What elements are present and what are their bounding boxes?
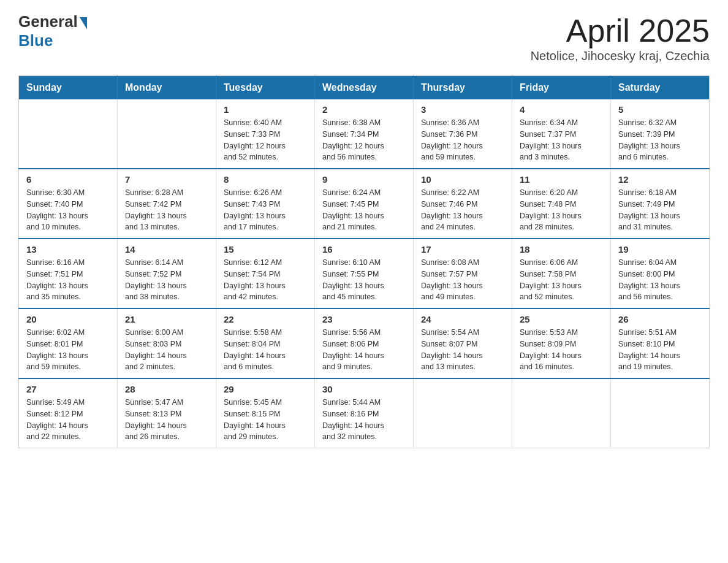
calendar-cell [414, 378, 512, 448]
day-number: 8 [224, 174, 307, 185]
day-info: Sunrise: 6:22 AMSunset: 7:46 PMDaylight:… [421, 187, 504, 233]
day-number: 1 [224, 104, 307, 115]
calendar-cell: 16Sunrise: 6:10 AMSunset: 7:55 PMDayligh… [315, 239, 414, 308]
day-info: Sunrise: 5:53 AMSunset: 8:09 PMDaylight:… [520, 327, 603, 373]
calendar-cell: 24Sunrise: 5:54 AMSunset: 8:07 PMDayligh… [414, 308, 512, 378]
day-info: Sunrise: 6:18 AMSunset: 7:49 PMDaylight:… [618, 187, 702, 233]
day-info: Sunrise: 6:10 AMSunset: 7:55 PMDaylight:… [322, 257, 406, 303]
day-info: Sunrise: 5:45 AMSunset: 8:15 PMDaylight:… [224, 397, 307, 443]
day-info: Sunrise: 5:49 AMSunset: 8:12 PMDaylight:… [26, 397, 110, 443]
weekday-header-row: SundayMondayTuesdayWednesdayThursdayFrid… [19, 76, 710, 100]
calendar-cell: 30Sunrise: 5:44 AMSunset: 8:16 PMDayligh… [315, 378, 414, 448]
day-info: Sunrise: 5:54 AMSunset: 8:07 PMDaylight:… [421, 327, 504, 373]
day-number: 29 [224, 384, 307, 394]
day-number: 22 [224, 314, 307, 324]
calendar-week-row: 20Sunrise: 6:02 AMSunset: 8:01 PMDayligh… [19, 308, 710, 378]
day-number: 15 [224, 244, 307, 255]
calendar-cell [611, 378, 710, 448]
calendar-cell: 17Sunrise: 6:08 AMSunset: 7:57 PMDayligh… [414, 239, 512, 308]
calendar-cell: 23Sunrise: 5:56 AMSunset: 8:06 PMDayligh… [315, 308, 414, 378]
calendar-cell: 28Sunrise: 5:47 AMSunset: 8:13 PMDayligh… [118, 378, 216, 448]
calendar-cell: 20Sunrise: 6:02 AMSunset: 8:01 PMDayligh… [19, 308, 118, 378]
calendar-cell: 21Sunrise: 6:00 AMSunset: 8:03 PMDayligh… [118, 308, 216, 378]
calendar-week-row: 13Sunrise: 6:16 AMSunset: 7:51 PMDayligh… [19, 239, 710, 308]
day-number: 18 [520, 244, 603, 255]
calendar-cell: 7Sunrise: 6:28 AMSunset: 7:42 PMDaylight… [118, 169, 216, 239]
calendar-cell: 8Sunrise: 6:26 AMSunset: 7:43 PMDaylight… [216, 169, 315, 239]
calendar-cell: 11Sunrise: 6:20 AMSunset: 7:48 PMDayligh… [512, 169, 611, 239]
weekday-header-sunday: Sunday [19, 76, 118, 100]
day-number: 13 [26, 244, 110, 255]
day-info: Sunrise: 6:20 AMSunset: 7:48 PMDaylight:… [520, 187, 603, 233]
calendar-week-row: 6Sunrise: 6:30 AMSunset: 7:40 PMDaylight… [19, 169, 710, 239]
weekday-header-thursday: Thursday [414, 76, 512, 100]
calendar-cell: 15Sunrise: 6:12 AMSunset: 7:54 PMDayligh… [216, 239, 315, 308]
calendar-week-row: 27Sunrise: 5:49 AMSunset: 8:12 PMDayligh… [19, 378, 710, 448]
calendar-cell: 5Sunrise: 6:32 AMSunset: 7:39 PMDaylight… [611, 99, 710, 169]
page-header: General Blue April 2025 Netolice, Jihoce… [18, 12, 710, 63]
location-subtitle: Netolice, Jihocesky kraj, Czechia [531, 49, 710, 63]
logo-triangle-icon [80, 17, 87, 29]
calendar-cell [118, 99, 216, 169]
calendar-cell: 18Sunrise: 6:06 AMSunset: 7:58 PMDayligh… [512, 239, 611, 308]
logo: General Blue [18, 12, 87, 50]
day-info: Sunrise: 6:32 AMSunset: 7:39 PMDaylight:… [618, 117, 702, 163]
day-info: Sunrise: 6:08 AMSunset: 7:57 PMDaylight:… [421, 257, 504, 303]
logo-blue-text: Blue [18, 31, 53, 50]
day-number: 2 [322, 104, 406, 115]
day-info: Sunrise: 6:24 AMSunset: 7:45 PMDaylight:… [322, 187, 406, 233]
day-number: 3 [421, 104, 504, 115]
calendar-cell: 27Sunrise: 5:49 AMSunset: 8:12 PMDayligh… [19, 378, 118, 448]
day-info: Sunrise: 6:38 AMSunset: 7:34 PMDaylight:… [322, 117, 406, 163]
calendar-cell: 29Sunrise: 5:45 AMSunset: 8:15 PMDayligh… [216, 378, 315, 448]
calendar-table: SundayMondayTuesdayWednesdayThursdayFrid… [18, 75, 710, 448]
weekday-header-friday: Friday [512, 76, 611, 100]
main-title: April 2025 [531, 12, 710, 49]
day-info: Sunrise: 6:36 AMSunset: 7:36 PMDaylight:… [421, 117, 504, 163]
weekday-header-saturday: Saturday [611, 76, 710, 100]
day-info: Sunrise: 6:16 AMSunset: 7:51 PMDaylight:… [26, 257, 110, 303]
logo-general-text: General [18, 12, 78, 31]
calendar-cell: 19Sunrise: 6:04 AMSunset: 8:00 PMDayligh… [611, 239, 710, 308]
day-number: 17 [421, 244, 504, 255]
day-info: Sunrise: 6:06 AMSunset: 7:58 PMDaylight:… [520, 257, 603, 303]
day-number: 26 [618, 314, 702, 324]
day-number: 12 [618, 174, 702, 185]
day-number: 30 [322, 384, 406, 394]
calendar-cell: 1Sunrise: 6:40 AMSunset: 7:33 PMDaylight… [216, 99, 315, 169]
day-info: Sunrise: 6:30 AMSunset: 7:40 PMDaylight:… [26, 187, 110, 233]
day-number: 7 [125, 174, 208, 185]
calendar-cell: 12Sunrise: 6:18 AMSunset: 7:49 PMDayligh… [611, 169, 710, 239]
weekday-header-monday: Monday [118, 76, 216, 100]
calendar-cell: 26Sunrise: 5:51 AMSunset: 8:10 PMDayligh… [611, 308, 710, 378]
day-info: Sunrise: 5:56 AMSunset: 8:06 PMDaylight:… [322, 327, 406, 373]
day-info: Sunrise: 6:00 AMSunset: 8:03 PMDaylight:… [125, 327, 208, 373]
calendar-cell: 14Sunrise: 6:14 AMSunset: 7:52 PMDayligh… [118, 239, 216, 308]
day-number: 20 [26, 314, 110, 324]
day-info: Sunrise: 6:14 AMSunset: 7:52 PMDaylight:… [125, 257, 208, 303]
calendar-body: 1Sunrise: 6:40 AMSunset: 7:33 PMDaylight… [19, 99, 710, 448]
day-info: Sunrise: 6:26 AMSunset: 7:43 PMDaylight:… [224, 187, 307, 233]
day-info: Sunrise: 5:47 AMSunset: 8:13 PMDaylight:… [125, 397, 208, 443]
weekday-header-wednesday: Wednesday [315, 76, 414, 100]
day-number: 6 [26, 174, 110, 185]
calendar-cell: 13Sunrise: 6:16 AMSunset: 7:51 PMDayligh… [19, 239, 118, 308]
calendar-cell [512, 378, 611, 448]
calendar-cell: 2Sunrise: 6:38 AMSunset: 7:34 PMDaylight… [315, 99, 414, 169]
day-number: 24 [421, 314, 504, 324]
day-info: Sunrise: 6:40 AMSunset: 7:33 PMDaylight:… [224, 117, 307, 163]
day-number: 5 [618, 104, 702, 115]
day-number: 14 [125, 244, 208, 255]
day-number: 16 [322, 244, 406, 255]
calendar-week-row: 1Sunrise: 6:40 AMSunset: 7:33 PMDaylight… [19, 99, 710, 169]
day-info: Sunrise: 6:12 AMSunset: 7:54 PMDaylight:… [224, 257, 307, 303]
calendar-cell: 6Sunrise: 6:30 AMSunset: 7:40 PMDaylight… [19, 169, 118, 239]
calendar-cell: 22Sunrise: 5:58 AMSunset: 8:04 PMDayligh… [216, 308, 315, 378]
calendar-cell: 25Sunrise: 5:53 AMSunset: 8:09 PMDayligh… [512, 308, 611, 378]
day-info: Sunrise: 6:02 AMSunset: 8:01 PMDaylight:… [26, 327, 110, 373]
calendar-cell: 9Sunrise: 6:24 AMSunset: 7:45 PMDaylight… [315, 169, 414, 239]
title-section: April 2025 Netolice, Jihocesky kraj, Cze… [531, 12, 710, 63]
day-number: 9 [322, 174, 406, 185]
day-info: Sunrise: 5:44 AMSunset: 8:16 PMDaylight:… [322, 397, 406, 443]
day-number: 19 [618, 244, 702, 255]
